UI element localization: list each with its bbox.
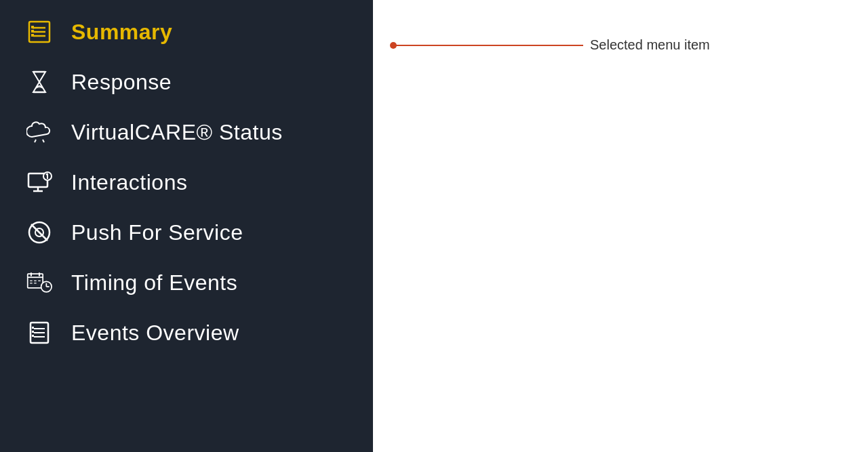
sidebar-item-label-eventsoverview: Events Overview	[71, 321, 239, 346]
svg-rect-39	[32, 335, 34, 337]
sidebar-item-interactions[interactable]: Interactions	[0, 157, 373, 207]
sidebar-item-pushforservice[interactable]: Push For Service	[0, 207, 373, 258]
events-icon	[20, 320, 58, 346]
cloud-icon	[20, 119, 58, 145]
annotation-text: Selected menu item	[590, 37, 710, 53]
sidebar-item-label-interactions: Interactions	[71, 170, 187, 195]
svg-line-11	[43, 140, 44, 142]
sidebar-item-eventsoverview[interactable]: Events Overview	[0, 308, 373, 358]
push-icon	[20, 220, 58, 245]
svg-rect-5	[31, 26, 34, 28]
sidebar-item-label-summary: Summary	[71, 20, 172, 45]
svg-line-10	[35, 140, 36, 142]
sidebar: Summary Response VirtualCARE® Status	[0, 0, 373, 452]
hourglass-icon	[20, 69, 58, 95]
svg-rect-38	[32, 331, 34, 333]
sidebar-item-timingevents[interactable]: Timing of Events	[0, 258, 373, 308]
timing-icon	[20, 270, 58, 295]
svg-rect-37	[32, 327, 34, 329]
annotation-dot	[390, 42, 397, 49]
sidebar-item-label-response: Response	[71, 70, 172, 95]
sidebar-item-label-timingevents: Timing of Events	[71, 270, 237, 295]
annotation-line	[393, 45, 583, 46]
list-icon	[20, 19, 58, 45]
sidebar-item-summary[interactable]: Summary	[0, 7, 373, 57]
svg-rect-6	[31, 30, 34, 33]
monitor-icon	[20, 169, 58, 195]
main-content: Selected menu item	[373, 0, 868, 452]
sidebar-item-response[interactable]: Response	[0, 57, 373, 107]
sidebar-item-virtualcare[interactable]: VirtualCARE® Status	[0, 107, 373, 157]
sidebar-item-label-virtualcare: VirtualCARE® Status	[71, 120, 283, 145]
sidebar-item-label-pushforservice: Push For Service	[71, 220, 243, 245]
svg-rect-7	[31, 34, 34, 37]
annotation: Selected menu item	[393, 37, 710, 53]
svg-line-19	[31, 224, 47, 241]
